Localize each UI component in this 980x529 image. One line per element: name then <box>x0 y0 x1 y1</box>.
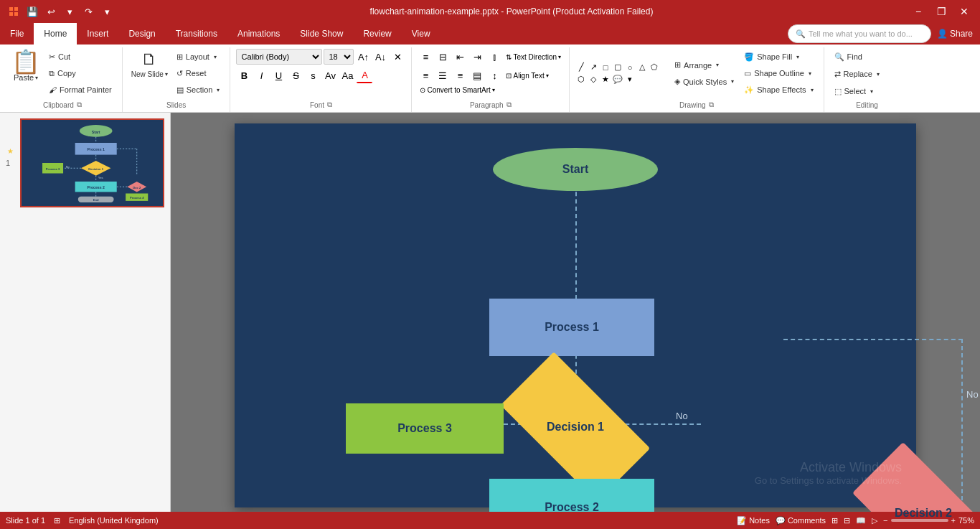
shape-diamond[interactable]: ◇ <box>588 74 599 85</box>
clipboard-group-content: 📋 Paste▾ ✂ Cut ⧉ Copy 🖌 <box>9 47 116 99</box>
tab-view[interactable]: View <box>402 23 440 45</box>
drawing-expand-icon[interactable]: ⧉ <box>709 100 714 109</box>
customize-quick-btn[interactable]: ▾ <box>99 4 115 19</box>
shape-arrow[interactable]: ↗ <box>588 62 599 73</box>
convert-smartart-btn[interactable]: ⊙ Convert to SmartArt▾ <box>418 86 496 94</box>
shape-process3[interactable]: Process 3 <box>346 403 504 454</box>
paragraph-label: Paragraph ⧉ <box>418 99 563 112</box>
replace-button[interactable]: ⇄ Replace▾ <box>830 66 884 82</box>
slide-fit-icon[interactable]: ⊞ <box>54 516 60 525</box>
line-spacing-btn[interactable]: ↕ <box>486 67 502 83</box>
quick-styles-button[interactable]: ◈ Quick Styles▾ <box>670 74 738 90</box>
align-text-btn[interactable]: ⊡ Align Text▾ <box>504 72 550 80</box>
clipboard-expand-icon[interactable]: ⧉ <box>77 100 82 109</box>
undo-dropdown-btn[interactable]: ▾ <box>62 4 77 19</box>
quick-styles-icon: ◈ <box>674 77 680 86</box>
copy-button[interactable]: ⧉ Copy <box>44 65 116 81</box>
shape-triangle[interactable]: △ <box>636 62 648 73</box>
tab-design[interactable]: Design <box>118 23 165 45</box>
shape-decision1[interactable]: Decision 1 <box>507 389 644 464</box>
shape-hexagon[interactable]: ⬡ <box>575 74 587 85</box>
zoom-slider[interactable] <box>891 519 948 522</box>
save-quick-btn[interactable]: 💾 <box>24 4 40 19</box>
tab-home[interactable]: Home <box>34 23 77 45</box>
minimize-btn[interactable]: − <box>908 1 928 22</box>
shape-effects-button[interactable]: ✨ Shape Effects▾ <box>740 82 817 98</box>
shape-decision2[interactable]: Decision 2 <box>859 477 980 518</box>
strikethrough-btn[interactable]: S <box>288 67 303 83</box>
tab-slideshow[interactable]: Slide Show <box>290 23 353 45</box>
font-expand-icon[interactable]: ⧉ <box>327 100 332 109</box>
new-slide-button[interactable]: 🗋 New Slide▾ <box>128 49 171 80</box>
shape-rect[interactable]: □ <box>600 62 611 73</box>
ribbon-tab-bar: File Home Insert Design Transitions Anim… <box>0 23 980 45</box>
tab-review[interactable]: Review <box>353 23 401 45</box>
cut-button[interactable]: ✂ Cut <box>44 49 116 65</box>
shape-callout[interactable]: 💬 <box>612 74 623 85</box>
increase-font-btn[interactable]: A↑ <box>355 49 371 65</box>
font-name-select[interactable]: Calibri (Body) <box>236 49 322 65</box>
font-color-btn[interactable]: A <box>357 67 372 83</box>
find-button[interactable]: 🔍 Find <box>830 49 867 65</box>
share-btn[interactable]: 👤 Share <box>937 29 973 39</box>
paste-button[interactable]: 📋 Paste▾ <box>9 49 43 83</box>
tab-animations[interactable]: Animations <box>227 23 290 45</box>
undo-quick-btn[interactable]: ↩ <box>43 4 59 19</box>
decrease-indent-btn[interactable]: ⇤ <box>452 49 468 65</box>
align-center-btn[interactable]: ☰ <box>435 67 451 83</box>
columns-btn[interactable]: ⫿ <box>486 49 502 65</box>
slide-thumbnail-1[interactable]: Start Process 1 Decision 1 <box>20 118 164 207</box>
align-left-btn[interactable]: ≡ <box>418 67 433 83</box>
shape-oval[interactable]: ○ <box>624 62 636 73</box>
shape-fill-button[interactable]: 🪣 Shape Fill▾ <box>740 49 817 65</box>
shadow-btn[interactable]: s <box>305 67 321 83</box>
main-area: 1 ★ Start Process 1 <box>0 113 980 518</box>
shape-star[interactable]: ★ <box>600 74 611 85</box>
shape-start[interactable]: Start <box>493 148 658 191</box>
text-direction-btn[interactable]: ⇅ Text Direction▾ <box>504 53 563 61</box>
redo-quick-btn[interactable]: ↷ <box>80 4 96 19</box>
bullets-btn[interactable]: ≡ <box>418 49 433 65</box>
tell-me-input[interactable]: 🔍 Tell me what you want to do... <box>788 24 931 43</box>
shape-line[interactable]: ╱ <box>575 62 587 73</box>
case-btn[interactable]: Aa <box>339 67 355 83</box>
char-spacing-btn[interactable]: Av <box>322 67 338 83</box>
shape-outline-button[interactable]: ▭ Shape Outline▾ <box>740 65 817 81</box>
paragraph-expand-icon[interactable]: ⧉ <box>507 100 512 109</box>
layout-button[interactable]: ⊞ Layout▾ <box>172 49 225 65</box>
align-right-btn[interactable]: ≡ <box>452 67 468 83</box>
restore-btn[interactable]: ❐ <box>931 1 951 22</box>
paragraph-group: ≡ ⊟ ⇤ ⇥ ⫿ ⇅ Text Direction▾ ≡ ☰ ≡ ▤ ↕ <box>412 47 570 112</box>
tab-insert[interactable]: Insert <box>77 23 118 45</box>
bold-btn[interactable]: B <box>236 67 252 83</box>
clear-format-btn[interactable]: ✕ <box>390 49 405 65</box>
close-btn[interactable]: ✕ <box>954 1 974 22</box>
font-size-select[interactable]: 18 <box>324 49 354 65</box>
underline-btn[interactable]: U <box>270 67 286 83</box>
shape-rounded-rect[interactable]: ▢ <box>612 62 623 73</box>
arrange-icon: ⊞ <box>674 60 681 70</box>
numbered-list-btn[interactable]: ⊟ <box>435 49 451 65</box>
reset-button[interactable]: ↺ Reset <box>172 65 225 81</box>
comments-btn[interactable]: 💬 Comments <box>776 516 826 525</box>
select-button[interactable]: ⬚ Select▾ <box>830 83 878 99</box>
notes-btn[interactable]: 📝 Notes <box>737 516 770 525</box>
format-painter-button[interactable]: 🖌 Format Painter <box>44 82 116 98</box>
decrease-font-btn[interactable]: A↓ <box>372 49 388 65</box>
shape-pentagon[interactable]: ⬠ <box>649 62 660 73</box>
status-bar: Slide 1 of 1 ⊞ English (United Kingdom) … <box>0 512 980 529</box>
shape-more[interactable]: ▾ <box>624 74 636 85</box>
tab-file[interactable]: File <box>0 23 34 45</box>
justify-btn[interactable]: ▤ <box>469 67 485 83</box>
tab-transitions[interactable]: Transitions <box>166 23 227 45</box>
shape-process1[interactable]: Process 1 <box>489 299 654 356</box>
slide-sorter-btn[interactable]: ⊟ <box>844 516 850 525</box>
increase-indent-btn[interactable]: ⇥ <box>469 49 485 65</box>
arrange-button[interactable]: ⊞ Arrange▾ <box>670 57 738 73</box>
drawing-small-btns: ⊞ Arrange▾ ◈ Quick Styles▾ <box>670 57 738 90</box>
slide-canvas[interactable]: No Yes No Yes Start Process 1 Decision 1 <box>235 123 916 507</box>
normal-view-btn[interactable]: ⊞ <box>831 516 838 525</box>
slides-group-content: 🗋 New Slide▾ ⊞ Layout▾ ↺ Reset ▤ <box>128 47 225 100</box>
italic-btn[interactable]: I <box>253 67 269 83</box>
section-button[interactable]: ▤ Section▾ <box>172 82 225 98</box>
